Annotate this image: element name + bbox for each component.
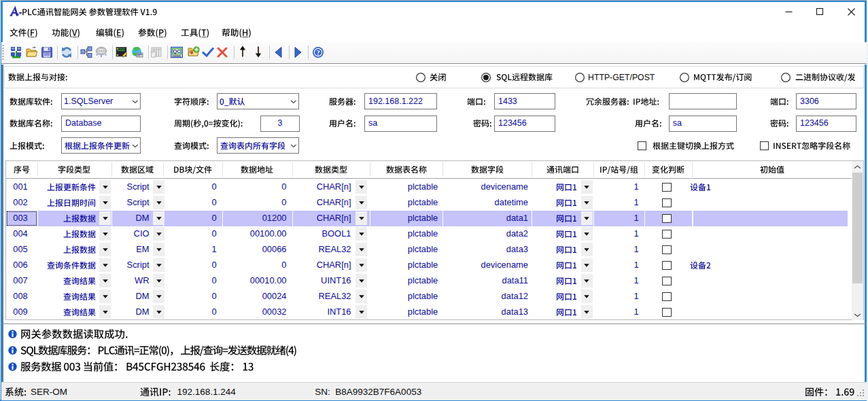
svg-text:?: ? bbox=[316, 48, 319, 56]
svg-text:QC: QC bbox=[173, 48, 181, 54]
